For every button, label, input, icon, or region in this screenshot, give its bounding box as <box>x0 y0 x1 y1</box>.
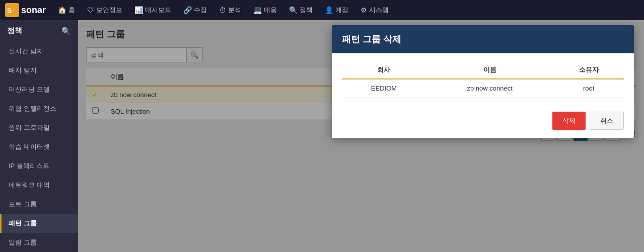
modal-cell-name: zb now connect <box>426 79 553 98</box>
collect-icon: 🔗 <box>183 6 192 14</box>
modal-title: 패턴 그룹 삭제 <box>342 34 401 44</box>
analyze-icon: ⏱ <box>219 6 226 14</box>
nav-collect[interactable]: 🔗 수집 <box>178 0 212 20</box>
sidebar-item-threat-label: 위협 인텔리전스 <box>9 105 56 112</box>
nav-home-label: 홈 <box>68 6 75 15</box>
modal-cell-company: EEDIOM <box>342 79 426 98</box>
response-icon: 💻 <box>253 6 262 14</box>
content-area: 패턴 그룹 🔍 이름 설명 ✓ zb now connect <box>78 20 644 252</box>
sidebar-item-ml-label: 머신러닝 모델 <box>9 86 50 93</box>
modal-footer: 삭제 취소 <box>332 106 634 138</box>
modal-table-row: EEDIOM zb now connect root <box>342 79 624 98</box>
logo[interactable]: S sonar <box>5 3 46 17</box>
sidebar-item-ml[interactable]: 머신러닝 모델 <box>0 80 78 99</box>
nav-policy[interactable]: 🔍 정책 <box>284 0 318 20</box>
nav-collect-label: 수집 <box>194 6 207 15</box>
modal-header-company: 회사 <box>342 61 426 79</box>
sidebar-item-port-group-label: 포트 그룹 <box>9 200 37 208</box>
modal-overlay: 패턴 그룹 삭제 회사 이름 소유자 EEDI <box>78 20 644 252</box>
nav-account-label: 계정 <box>335 6 348 15</box>
sidebar-item-ip-blacklist-label: IP 블랙리스트 <box>9 162 49 170</box>
modal-header: 패턴 그룹 삭제 <box>332 25 634 53</box>
sidebar-item-pattern-group[interactable]: 패턴 그룹 <box>0 214 78 233</box>
shield-icon: 🛡 <box>87 6 94 14</box>
logo-icon: S <box>5 3 19 17</box>
sidebar-item-ip-blacklist[interactable]: IP 블랙리스트 <box>0 156 78 176</box>
nav-dashboard[interactable]: 📊 대시보드 <box>129 0 176 20</box>
nav-analyze-label: 분석 <box>228 6 241 15</box>
main-layout: 정책 🔍 실시간 탐지 배치 탐지 머신러닝 모델 위협 인텔리전스 행위 프로… <box>0 20 644 252</box>
svg-text:S: S <box>7 7 12 15</box>
sidebar-item-port-group[interactable]: 포트 그룹 <box>0 195 78 214</box>
modal-body: 회사 이름 소유자 EEDIOM zb now connect root <box>332 53 634 106</box>
nav-security[interactable]: 🛡 보안정보 <box>82 0 127 20</box>
delete-button[interactable]: 삭제 <box>552 112 586 130</box>
sidebar-item-realtime-label: 실시간 탐지 <box>9 47 43 55</box>
sidebar-item-network[interactable]: 네트워크 대역 <box>0 176 78 195</box>
nav-response[interactable]: 💻 대응 <box>248 0 282 20</box>
logo-text: sonar <box>21 5 46 16</box>
nav-system[interactable]: ⚙ 시스템 <box>355 0 394 20</box>
sidebar-item-threat[interactable]: 위협 인텔리전스 <box>0 99 78 118</box>
sidebar-item-realtime[interactable]: 실시간 탐지 <box>0 42 78 61</box>
account-icon: 👤 <box>325 6 333 14</box>
sidebar-item-batch[interactable]: 배치 탐지 <box>0 61 78 80</box>
nav-policy-label: 정책 <box>300 6 313 15</box>
nav-dashboard-label: 대시보드 <box>145 6 171 15</box>
nav-security-label: 보안정보 <box>96 6 122 15</box>
sidebar-item-pattern-group-label: 패턴 그룹 <box>9 219 37 227</box>
nav-analyze[interactable]: ⏱ 분석 <box>214 0 246 20</box>
sidebar-header: 정책 🔍 <box>0 20 78 42</box>
nav-response-label: 대응 <box>264 6 277 15</box>
sidebar-item-batch-label: 배치 탐지 <box>9 66 37 74</box>
modal-table-header-row: 회사 이름 소유자 <box>342 61 624 79</box>
sidebar-title: 정책 <box>7 26 22 36</box>
modal-table: 회사 이름 소유자 EEDIOM zb now connect root <box>342 61 624 98</box>
nav-home[interactable]: 🏠 홈 <box>53 0 80 20</box>
cancel-button[interactable]: 취소 <box>590 112 624 130</box>
sidebar-item-behavior[interactable]: 행위 프로파일 <box>0 118 78 137</box>
policy-icon: 🔍 <box>289 6 298 14</box>
modal-header-owner: 소유자 <box>553 61 624 79</box>
sidebar-item-alarm-group[interactable]: 알람 그룹 <box>0 233 78 252</box>
sidebar-item-dataset-label: 학습 데이터셋 <box>9 143 50 150</box>
nav-system-label: 시스템 <box>369 6 389 15</box>
sidebar-item-network-label: 네트워크 대역 <box>9 181 50 189</box>
sidebar-search-icon[interactable]: 🔍 <box>61 27 71 36</box>
system-icon: ⚙ <box>361 6 367 14</box>
home-icon: 🏠 <box>58 6 66 14</box>
sidebar-item-dataset[interactable]: 학습 데이터셋 <box>0 137 78 156</box>
sidebar-item-behavior-label: 행위 프로파일 <box>9 124 50 131</box>
topnav: S sonar 🏠 홈 🛡 보안정보 📊 대시보드 🔗 수집 ⏱ 분석 💻 대응… <box>0 0 644 20</box>
dashboard-icon: 📊 <box>134 6 143 14</box>
sidebar: 정책 🔍 실시간 탐지 배치 탐지 머신러닝 모델 위협 인텔리전스 행위 프로… <box>0 20 78 252</box>
delete-modal: 패턴 그룹 삭제 회사 이름 소유자 EEDI <box>332 25 634 138</box>
nav-account[interactable]: 👤 계정 <box>320 0 353 20</box>
modal-header-name: 이름 <box>426 61 553 79</box>
modal-cell-owner: root <box>553 79 624 98</box>
sidebar-item-alarm-group-label: 알람 그룹 <box>9 238 37 246</box>
